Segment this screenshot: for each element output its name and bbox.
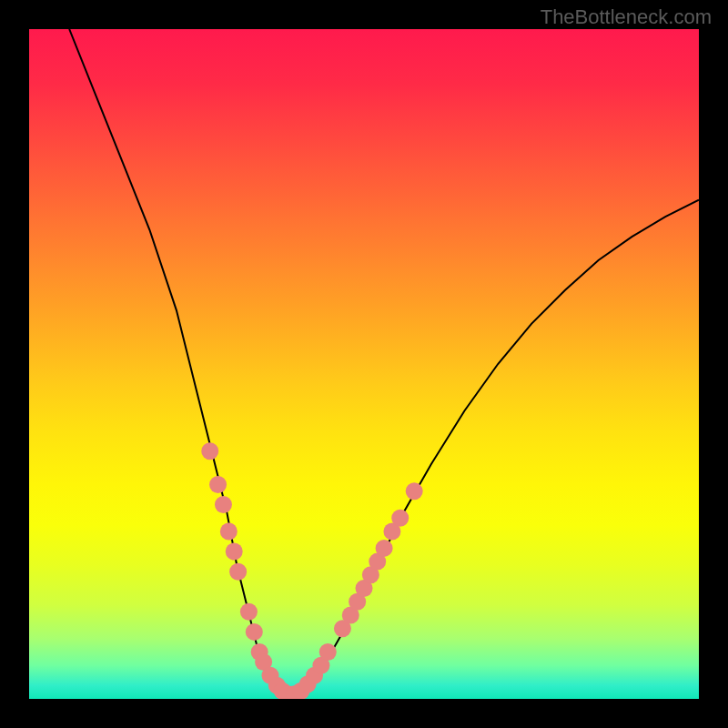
data-point (406, 482, 423, 500)
data-point (391, 510, 409, 527)
data-point (376, 540, 393, 557)
data-point (246, 623, 263, 641)
watermark-text: TheBottleneck.com (541, 5, 712, 29)
chart-plot-area (29, 29, 699, 699)
data-point (226, 543, 243, 561)
data-point (220, 523, 238, 541)
dots-group (201, 442, 422, 699)
scatter-overlay (29, 29, 699, 699)
data-point (215, 496, 232, 513)
data-point (240, 603, 258, 621)
data-point (209, 476, 227, 493)
data-point (201, 442, 218, 460)
data-point (229, 563, 247, 581)
data-point (319, 643, 337, 661)
